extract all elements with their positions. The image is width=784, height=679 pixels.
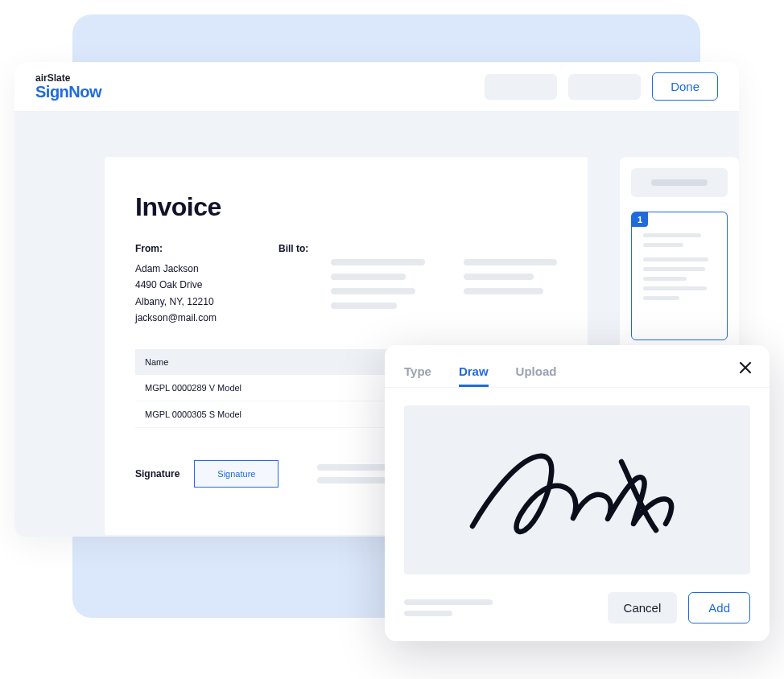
from-label: From: <box>135 243 256 254</box>
app-header: airSlate SignNow Done <box>14 62 739 112</box>
signature-footer-placeholder <box>404 599 493 616</box>
col-name: Name <box>135 349 367 375</box>
signature-popup: Type Draw Upload Cancel Add <box>385 345 770 641</box>
info-row: From: Adam Jackson 4490 Oak Drive Albany… <box>135 243 557 327</box>
brand-logo: airSlate SignNow <box>35 73 101 100</box>
page-number-badge: 1 <box>632 212 648 227</box>
close-icon[interactable] <box>737 360 753 376</box>
tab-type[interactable]: Type <box>404 358 431 387</box>
from-email: jackson@mail.com <box>135 310 256 326</box>
signature-tabs: Type Draw Upload <box>385 345 770 388</box>
brand-bottom: SignNow <box>35 84 101 100</box>
document-title: Invoice <box>135 192 557 222</box>
sidebar-tool-placeholder[interactable] <box>631 168 728 197</box>
signature-footer: Cancel Add <box>385 592 770 641</box>
from-street: 4490 Oak Drive <box>135 277 256 293</box>
signature-label: Signature <box>135 468 179 479</box>
cell-name: MGPL 0000305 S Model <box>135 401 367 427</box>
from-name: Adam Jackson <box>135 261 256 277</box>
signature-drawing-icon <box>456 434 698 546</box>
from-block: From: Adam Jackson 4490 Oak Drive Albany… <box>135 243 256 327</box>
billto-label: Bill to: <box>279 243 308 254</box>
signature-footer-actions: Cancel Add <box>608 592 750 623</box>
signature-draw-area[interactable] <box>404 405 750 574</box>
billto-block: Bill to: <box>279 243 308 327</box>
done-button[interactable]: Done <box>652 72 718 101</box>
billto-placeholder-col-1 <box>331 243 424 327</box>
from-city: Albany, NY, 12210 <box>135 294 256 310</box>
header-placeholder-button-2[interactable] <box>568 74 641 100</box>
billto-placeholder-col-2 <box>464 243 557 327</box>
page-thumbnail-1[interactable]: 1 <box>631 212 728 340</box>
signature-field[interactable]: Signature <box>194 460 279 488</box>
add-button[interactable]: Add <box>688 592 750 623</box>
tab-draw[interactable]: Draw <box>459 358 489 387</box>
header-placeholder-button-1[interactable] <box>485 74 557 100</box>
cell-name: MGPL 0000289 V Model <box>135 375 367 401</box>
cancel-button[interactable]: Cancel <box>608 592 678 623</box>
tab-upload[interactable]: Upload <box>516 358 557 387</box>
brand-top: airSlate <box>35 73 101 83</box>
header-actions: Done <box>485 72 718 101</box>
